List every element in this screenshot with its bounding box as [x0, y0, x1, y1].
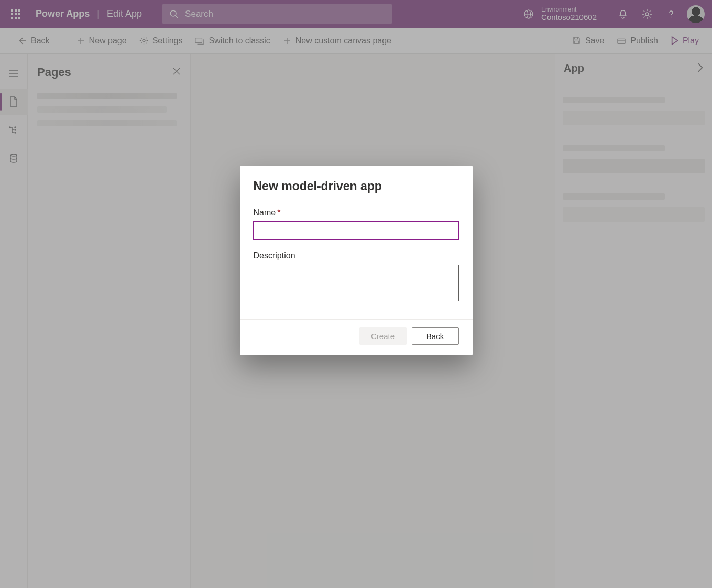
modal-footer: Create Back	[240, 319, 473, 355]
modal-title: New model-driven app	[254, 179, 459, 193]
new-app-modal: New model-driven app Name* Description C…	[240, 166, 473, 355]
modal-overlay: New model-driven app Name* Description C…	[0, 0, 712, 588]
name-field: Name*	[254, 208, 459, 239]
required-indicator: *	[277, 208, 280, 217]
description-input[interactable]	[254, 265, 459, 301]
name-input[interactable]	[254, 222, 459, 239]
back-button-modal[interactable]: Back	[412, 327, 459, 345]
name-label-text: Name	[254, 208, 276, 217]
create-button: Create	[359, 327, 407, 345]
description-label: Description	[254, 251, 459, 260]
description-field: Description	[254, 251, 459, 303]
name-label: Name*	[254, 208, 459, 217]
